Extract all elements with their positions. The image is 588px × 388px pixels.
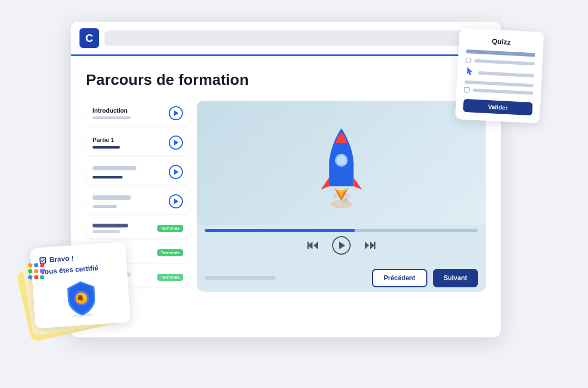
play-icon — [339, 242, 345, 249]
play-icon — [174, 110, 179, 116]
suivant-button[interactable]: Suivant — [433, 269, 478, 287]
controls-row — [205, 236, 478, 255]
play-icon — [174, 140, 179, 145]
svg-point-17 — [345, 194, 350, 199]
course-item-left: Partie 1 — [93, 137, 120, 149]
quizz-option-bar-3 — [464, 81, 534, 88]
app-logo: C — [79, 28, 99, 48]
course-item-left: Introduction — [93, 107, 131, 119]
quizz-card: Quizz Valider — [455, 28, 544, 124]
cursor-icon — [465, 66, 475, 79]
cursor-row — [465, 66, 535, 82]
bottom-left — [205, 276, 275, 280]
valider-button[interactable]: Valider — [463, 99, 532, 116]
course-item-4[interactable] — [86, 189, 189, 214]
scene: Bravo ! Vous êtes certifié 🔒 C — [0, 0, 588, 388]
rocket-illustration — [309, 114, 374, 212]
play-icon — [174, 169, 179, 175]
progress-bar[interactable] — [205, 229, 478, 232]
play-button[interactable] — [332, 236, 351, 255]
quizz-option-bar-2 — [478, 71, 534, 77]
course-item-title: Introduction — [93, 107, 131, 114]
quizz-option-bar-1 — [474, 59, 535, 66]
quizz-option-3[interactable] — [464, 87, 533, 96]
svg-marker-24 — [365, 242, 369, 249]
svg-point-15 — [349, 196, 353, 200]
badge-terminee: Terminée — [157, 274, 183, 281]
play-icon — [174, 199, 179, 204]
video-controls — [197, 225, 486, 258]
quizz-checkbox-1[interactable] — [465, 58, 471, 64]
video-player: Précédent Suivant — [197, 101, 486, 292]
main-layout: Introduction Partie 1 — [86, 101, 486, 292]
course-item-partie1[interactable]: Partie 1 — [86, 130, 189, 155]
course-item-bar — [93, 146, 120, 149]
nav-buttons: Précédent Suivant — [372, 269, 478, 287]
page-title: Parcours de formation — [86, 71, 486, 89]
badge-terminee: Terminée — [157, 249, 183, 256]
shield-icon: 🔒 — [41, 276, 121, 319]
svg-point-19 — [336, 156, 346, 165]
bravo-subtitle: Vous êtes certifié — [40, 262, 119, 276]
svg-point-12 — [329, 197, 334, 202]
bravo-title: Bravo ! — [49, 254, 74, 264]
quizz-checkbox-3[interactable] — [464, 87, 470, 93]
browser-window: C Parcours de formation — [71, 22, 501, 337]
video-screen — [197, 101, 486, 225]
rewind-button[interactable] — [307, 239, 319, 251]
quizz-option-1[interactable] — [465, 58, 535, 67]
svg-point-16 — [334, 194, 338, 198]
course-item-bar — [93, 116, 131, 119]
play-circle[interactable] — [169, 194, 183, 208]
precedent-button[interactable]: Précédent — [372, 269, 427, 287]
course-item-introduction[interactable]: Introduction — [86, 101, 189, 126]
course-item-title: Partie 1 — [93, 137, 120, 143]
svg-point-14 — [342, 198, 348, 204]
play-circle[interactable] — [169, 106, 183, 120]
svg-marker-20 — [308, 242, 313, 249]
course-item-left — [93, 166, 136, 178]
play-circle[interactable] — [169, 136, 183, 150]
badge-terminee: Terminée — [157, 225, 183, 232]
bottom-nav: Précédent Suivant — [197, 264, 486, 292]
quizz-bar-top — [466, 50, 535, 57]
svg-marker-21 — [314, 242, 318, 249]
svg-rect-25 — [374, 242, 376, 249]
quizz-title: Quizz — [467, 36, 536, 48]
svg-marker-23 — [370, 242, 375, 249]
svg-rect-6 — [77, 297, 82, 300]
url-bar — [105, 30, 470, 46]
quizz-option-bar-4 — [473, 88, 533, 95]
play-circle[interactable] — [169, 165, 183, 179]
svg-rect-22 — [308, 242, 309, 249]
course-item-terminee-1[interactable]: Terminée — [86, 218, 189, 238]
course-item-left — [93, 195, 131, 208]
progress-fill — [205, 229, 355, 232]
forward-button[interactable] — [364, 239, 376, 251]
bravo-card: Bravo ! Vous êtes certifié 🔒 — [30, 242, 131, 329]
browser-topbar: C — [71, 22, 501, 56]
course-item-3[interactable] — [86, 159, 189, 184]
browser-content: Parcours de formation Introduction — [71, 56, 501, 303]
